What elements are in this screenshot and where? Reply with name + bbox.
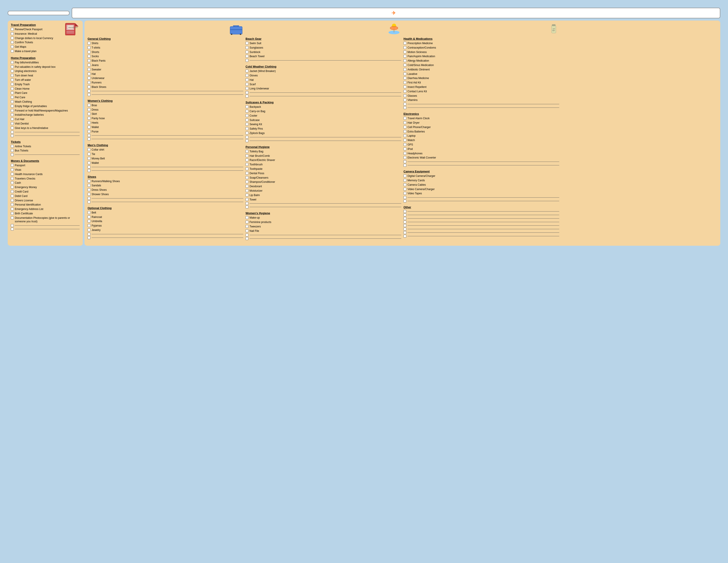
blank-line[interactable] [403,227,559,230]
check-item[interactable]: Cooler [246,114,401,118]
checkbox[interactable] [88,64,90,66]
checkbox[interactable] [246,110,248,113]
checkbox[interactable] [403,85,406,88]
check-item[interactable]: Sewing Kit [246,122,401,126]
checkbox[interactable] [11,109,14,112]
checkbox[interactable] [88,148,90,151]
checkbox[interactable] [246,163,248,166]
blank-checkbox[interactable] [403,213,406,216]
checkbox[interactable] [88,130,90,133]
blank-checkbox[interactable] [246,139,248,142]
check-item[interactable]: Put valuables in safety deposit box [11,65,80,69]
blank-line[interactable] [403,217,559,220]
check-item[interactable]: Insurance: Medical [11,32,64,36]
checkbox[interactable] [88,193,90,195]
blank-checkbox[interactable] [11,134,14,137]
checkbox[interactable] [246,176,248,179]
checkbox[interactable] [403,94,406,97]
checkbox[interactable] [88,68,90,71]
checkbox[interactable] [246,150,248,153]
check-item[interactable]: Feminine products [246,220,401,224]
checkbox[interactable] [88,220,90,222]
checkbox[interactable] [403,174,406,177]
check-item[interactable]: Dental Floss [246,171,401,175]
checkbox[interactable] [403,121,406,124]
checkbox[interactable] [403,183,406,186]
blank-checkbox[interactable] [403,210,406,213]
check-item[interactable]: Jacket (Wind Breaker) [246,69,401,73]
check-item[interactable]: Passport [11,164,80,167]
checkbox[interactable] [11,186,14,188]
blank-checkbox[interactable] [403,227,406,230]
checkbox[interactable] [246,229,248,232]
check-item[interactable]: Tweezers [246,225,401,228]
check-item[interactable]: Visit Dentist [11,122,80,126]
blank-line[interactable] [403,199,559,202]
blank-checkbox[interactable] [246,205,248,208]
check-item[interactable]: Pain/Aspirin Medication [403,55,559,58]
checkbox[interactable] [403,46,406,49]
checkbox[interactable] [403,179,406,182]
check-item[interactable]: Cold/Sinus Medication [403,63,559,67]
checkbox[interactable] [88,188,90,191]
check-item[interactable]: Headphones [403,152,559,155]
checkbox[interactable] [11,203,14,206]
checkbox[interactable] [403,90,406,93]
check-item[interactable]: Turn down heat [11,74,80,77]
checkbox[interactable] [11,45,14,48]
checkbox[interactable] [246,74,248,77]
checkbox[interactable] [88,42,90,45]
check-item[interactable]: Wallet [88,161,243,165]
blank-checkbox[interactable] [88,200,90,203]
checkbox[interactable] [11,28,14,31]
blank-line[interactable] [403,224,559,227]
checkbox[interactable] [11,168,14,171]
checkbox[interactable] [246,185,248,188]
check-item[interactable]: Camera Cables [403,183,559,187]
checkbox[interactable] [11,122,14,125]
checkbox[interactable] [403,130,406,133]
check-item[interactable]: Toothbrush [246,163,401,166]
check-item[interactable]: Long Underwear [246,87,401,90]
check-item[interactable]: Turn off water [11,78,80,82]
check-item[interactable]: Dress [88,108,243,112]
check-item[interactable]: Drivers License [11,199,80,202]
checkbox[interactable] [403,126,406,128]
check-item[interactable]: Beach Towel [246,55,401,58]
checkbox[interactable] [11,113,14,116]
checkbox[interactable] [88,121,90,124]
blank-checkbox[interactable] [246,237,248,240]
checkbox[interactable] [11,216,14,219]
checkbox[interactable] [246,225,248,228]
checkbox[interactable] [88,46,90,49]
blank-line[interactable] [11,224,80,227]
checkbox[interactable] [11,164,14,167]
check-item[interactable]: Sunglasses [246,46,401,50]
checkbox[interactable] [246,127,248,130]
check-item[interactable]: Plant Care [11,91,80,95]
checkbox[interactable] [88,51,90,53]
check-item[interactable]: Purse [88,130,243,133]
check-item[interactable]: Swim Suit [246,41,401,45]
check-item[interactable]: Carry-on Bag [246,109,401,113]
check-item[interactable]: Shampoo/Conditioner [246,180,401,184]
checkbox[interactable] [11,173,14,175]
check-item[interactable]: Glasses [403,94,559,98]
checkbox[interactable] [11,190,14,193]
blank-checkbox[interactable] [88,169,90,172]
blank-line[interactable] [246,95,401,98]
check-item[interactable]: Travelers Checks [11,177,80,180]
checkbox[interactable] [11,118,14,120]
check-item[interactable]: Collar shirt [88,148,243,152]
checkbox[interactable] [11,181,14,184]
check-item[interactable]: Electronic Watt Coverter [403,156,559,160]
check-item[interactable]: Dress Shoes [88,188,243,192]
blank-line[interactable] [246,202,401,205]
checkbox[interactable] [403,81,406,84]
checkbox[interactable] [403,134,406,137]
checkbox[interactable] [11,50,14,53]
checkbox[interactable] [88,59,90,62]
check-item[interactable]: Ziplock Bags [246,131,401,135]
checkbox[interactable] [246,172,248,175]
check-item[interactable]: iPod [403,147,559,151]
